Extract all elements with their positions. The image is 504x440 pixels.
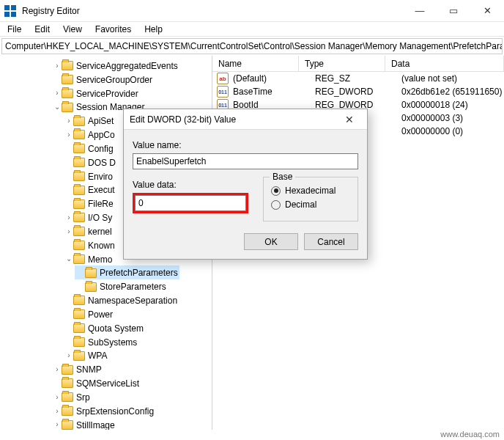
folder-icon [62, 378, 73, 388]
tree-item-label: StillImage [76, 419, 115, 430]
folder-icon [73, 296, 85, 305]
list-row[interactable]: ab(Default)REG_SZ(value not set) [212, 72, 504, 85]
tree-item-label: SQMServiceList [76, 378, 139, 389]
tree-item[interactable]: StoreParameters [4, 279, 212, 293]
folder-icon [73, 213, 85, 222]
folder-icon [85, 282, 97, 292]
tree-item[interactable]: NamespaceSeparation [4, 293, 212, 307]
chevron-right-icon[interactable]: › [53, 391, 62, 404]
chevron-right-icon[interactable]: › [53, 418, 62, 430]
edit-dword-dialog: Edit DWORD (32-bit) Value ✕ Value name: … [123, 109, 368, 260]
radio-hex-label: Hexadecimal [285, 186, 336, 196]
column-data[interactable]: Data [385, 56, 504, 71]
menu-view[interactable]: View [57, 23, 88, 36]
tree-item-label: Quota System [88, 323, 144, 334]
tree-item[interactable]: ServiceGroupOrder [4, 73, 212, 87]
minimize-button[interactable]: — [403, 0, 437, 21]
chevron-right-icon[interactable]: › [53, 87, 62, 100]
tree-item-label: Srp [76, 392, 90, 403]
address-bar[interactable]: Computer\HKEY_LOCAL_MACHINE\SYSTEM\Curre… [1, 38, 503, 54]
cell-type: REG_DWORD [314, 87, 400, 97]
folder-icon [73, 241, 85, 250]
column-type[interactable]: Type [299, 56, 385, 71]
chevron-right-icon[interactable]: › [64, 349, 73, 362]
chevron-right-icon[interactable]: › [64, 114, 73, 128]
tree-item[interactable]: ›WPA [4, 348, 212, 362]
tree-item[interactable]: SubSystems [4, 335, 212, 349]
folder-icon [73, 172, 85, 181]
tree-item[interactable]: SQMServiceList [4, 376, 212, 390]
folder-icon [62, 103, 73, 112]
radio-decimal[interactable]: Decimal [271, 199, 350, 210]
tree-item[interactable]: ›Srp [4, 390, 212, 404]
tree-item-label: I/O Sy [88, 213, 112, 223]
tree-item-label: DOS D [88, 158, 116, 168]
value-data-label: Value data: [133, 180, 248, 190]
radio-hex-icon [271, 186, 281, 196]
folder-icon [73, 309, 85, 319]
maximize-button[interactable]: ▭ [437, 0, 470, 21]
tree-item[interactable]: PrefetchParameters [4, 265, 212, 279]
tree-item-label: Execut [88, 185, 115, 195]
ok-button[interactable]: OK [244, 233, 298, 250]
folder-icon [73, 186, 85, 195]
chevron-right-icon[interactable]: › [64, 211, 73, 224]
tree-item-label: Power [88, 309, 113, 320]
tree-item[interactable]: ›SNMP [4, 362, 212, 376]
tree-item-label: AppCo [88, 130, 115, 140]
column-name[interactable]: Name [212, 56, 299, 71]
value-data-input[interactable] [135, 195, 246, 211]
cell-name: BaseTime [231, 87, 314, 97]
list-header: Name Type Data [212, 56, 504, 72]
tree-item[interactable]: ›ServiceAggregatedEvents [4, 59, 212, 73]
string-value-icon: ab [217, 73, 229, 84]
folder-icon [85, 268, 97, 278]
chevron-right-icon[interactable]: › [53, 363, 62, 376]
folder-icon [62, 406, 73, 416]
value-name-label: Value name: [133, 140, 358, 150]
menu-edit[interactable]: Edit [29, 23, 56, 36]
menu-help[interactable]: Help [138, 23, 168, 36]
tree-item[interactable]: ›StillImage [4, 418, 212, 430]
tree-item-label: SubSystems [88, 337, 137, 347]
folder-icon [62, 89, 73, 98]
menu-file[interactable]: File [1, 23, 27, 36]
tree-item[interactable]: ›ServiceProvider [4, 87, 212, 100]
tree-item[interactable]: Power [4, 307, 212, 321]
tree-item[interactable]: Quota System [4, 321, 212, 335]
cell-name: (Default) [231, 73, 314, 84]
folder-icon [62, 420, 73, 430]
folder-icon [62, 365, 73, 375]
dialog-close-button[interactable]: ✕ [338, 114, 361, 125]
radio-hexadecimal[interactable]: Hexadecimal [271, 186, 350, 196]
tree-item-label: SrpExtensionConfig [76, 406, 154, 417]
title-bar: Registry Editor — ▭ ✕ [0, 0, 504, 22]
chevron-right-icon[interactable]: › [53, 59, 62, 73]
close-button[interactable]: ✕ [470, 0, 504, 21]
dialog-title: Edit DWORD (32-bit) Value [130, 114, 236, 125]
folder-icon [73, 117, 85, 126]
chevron-right-icon[interactable]: › [64, 225, 73, 238]
value-name-input[interactable] [133, 153, 358, 169]
folder-icon [73, 323, 85, 333]
dialog-title-bar[interactable]: Edit DWORD (32-bit) Value ✕ [124, 109, 367, 130]
tree-item-label: Enviro [88, 171, 113, 181]
base-group: Base Hexadecimal Decimal [263, 177, 358, 221]
folder-icon [73, 130, 85, 139]
folder-icon [73, 158, 85, 167]
watermark: www.deuaq.com [440, 430, 500, 439]
chevron-right-icon[interactable]: › [53, 405, 62, 418]
folder-icon [62, 61, 73, 70]
tree-item-label: PrefetchParameters [100, 268, 178, 278]
window-title: Registry Editor [22, 6, 403, 16]
cancel-button[interactable]: Cancel [304, 233, 358, 250]
tree-item-label: Known [88, 241, 115, 251]
chevron-down-icon[interactable]: ⌄ [64, 252, 73, 265]
chevron-right-icon[interactable]: › [64, 128, 73, 142]
menu-bar: File Edit View Favorites Help [0, 22, 504, 37]
tree-item[interactable]: ›SrpExtensionConfig [4, 404, 212, 418]
menu-favorites[interactable]: Favorites [89, 23, 137, 36]
tree-item-label: NamespaceSeparation [88, 296, 177, 306]
list-row[interactable]: 011BaseTimeREG_DWORD0x26db61e2 (65191165… [212, 85, 504, 98]
chevron-down-icon[interactable]: ⌄ [53, 100, 62, 114]
